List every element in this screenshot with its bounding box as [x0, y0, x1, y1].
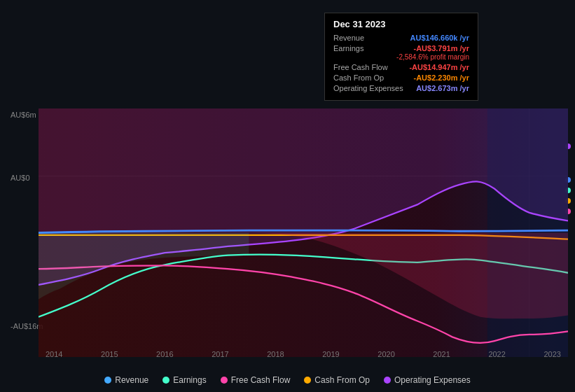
tooltip-box: Dec 31 2023 Revenue AU$146.660k /yr Earn…	[324, 13, 478, 101]
x-label-2021: 2021	[433, 350, 450, 358]
chart-area	[39, 108, 568, 357]
legend: Revenue Earnings Free Cash Flow Cash Fro…	[0, 375, 575, 385]
chart-svg	[39, 108, 568, 357]
x-label-2017: 2017	[212, 350, 228, 358]
legend-free-cash-flow[interactable]: Free Cash Flow	[221, 375, 291, 385]
y-label-mid: AU$0	[11, 174, 30, 182]
tooltip-date: Dec 31 2023	[333, 19, 469, 29]
x-label-2014: 2014	[46, 350, 62, 358]
tooltip-free-cash-row: Free Cash Flow -AU$14.947m /yr	[333, 63, 469, 71]
legend-dot-revenue	[104, 377, 111, 384]
legend-label-cash-from-op: Cash From Op	[314, 375, 370, 385]
legend-dot-free-cash-flow	[221, 377, 228, 384]
earnings-margin: -2,584.6% profit margin	[333, 53, 469, 61]
cash-from-op-label: Cash From Op	[333, 74, 384, 82]
x-label-2020: 2020	[377, 350, 394, 358]
op-expenses-label: Operating Expenses	[333, 84, 403, 92]
legend-label-free-cash-flow: Free Cash Flow	[231, 375, 291, 385]
free-cash-value: -AU$14.947m /yr	[409, 63, 469, 71]
legend-dot-operating-expenses	[384, 377, 391, 384]
x-label-2019: 2019	[322, 350, 339, 358]
legend-dot-cash-from-op	[304, 377, 311, 384]
free-cash-label: Free Cash Flow	[333, 63, 388, 71]
legend-operating-expenses[interactable]: Operating Expenses	[384, 375, 471, 385]
legend-label-earnings: Earnings	[173, 375, 206, 385]
legend-earnings[interactable]: Earnings	[162, 375, 206, 385]
legend-dot-earnings	[162, 377, 169, 384]
chart-container: Dec 31 2023 Revenue AU$146.660k /yr Earn…	[0, 0, 575, 392]
legend-revenue[interactable]: Revenue	[104, 375, 148, 385]
x-labels: 2014 2015 2016 2017 2018 2019 2020 2021 …	[39, 350, 568, 358]
y-label-top: AU$6m	[11, 111, 36, 119]
earnings-label: Earnings	[333, 44, 363, 52]
tooltip-revenue-row: Revenue AU$146.660k /yr	[333, 34, 469, 42]
earnings-value: -AU$3.791m /yr	[414, 44, 470, 52]
legend-label-revenue: Revenue	[115, 375, 148, 385]
cash-from-op-value: -AU$2.230m /yr	[414, 74, 470, 82]
legend-label-operating-expenses: Operating Expenses	[394, 375, 471, 385]
revenue-label: Revenue	[333, 34, 364, 42]
x-label-2016: 2016	[156, 350, 173, 358]
x-label-2018: 2018	[267, 350, 284, 358]
x-label-2022: 2022	[488, 350, 505, 358]
x-label-2023: 2023	[543, 350, 560, 358]
tooltip-op-expenses-row: Operating Expenses AU$2.673m /yr	[333, 84, 469, 92]
x-label-2015: 2015	[101, 350, 118, 358]
legend-cash-from-op[interactable]: Cash From Op	[304, 375, 370, 385]
tooltip-cash-from-op-row: Cash From Op -AU$2.230m /yr	[333, 74, 469, 82]
revenue-value: AU$146.660k /yr	[410, 34, 469, 42]
op-expenses-value: AU$2.673m /yr	[416, 84, 469, 92]
tooltip-earnings-row: Earnings -AU$3.791m /yr	[333, 44, 469, 52]
